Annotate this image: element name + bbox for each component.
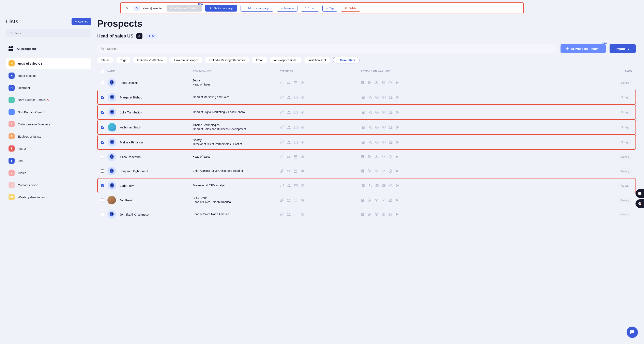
mail-icon[interactable] [382,125,386,129]
table-row[interactable]: Benjamin Ogbonna II Chief Administrative… [97,164,636,178]
filter-pill[interactable]: AI Prospect Finder [270,57,302,64]
mail-open-icon[interactable] [388,81,392,85]
note-icon[interactable] [361,110,365,114]
at-icon[interactable] [301,140,305,144]
link-icon[interactable] [280,110,284,114]
table-row[interactable]: Jon Skafti Kristjansson Head of Sales No… [97,207,636,222]
rss-icon[interactable] [368,140,372,144]
mail-icon[interactable] [381,81,386,85]
rss-icon[interactable] [368,198,372,202]
filter-pill[interactable]: LinkedIn Visit/Follow [133,57,167,64]
table-row[interactable]: Aliisa Rosenthal Head of Sales No tag [97,150,636,164]
send-icon[interactable] [396,184,400,188]
people-icon[interactable] [287,184,291,188]
note-icon[interactable] [361,198,365,202]
help-widget-button[interactable] [636,199,644,208]
export-button[interactable]: ⤴ Export [301,5,319,12]
add-list-button[interactable]: + Add list [72,18,91,25]
at-icon[interactable] [300,81,304,85]
note-icon[interactable] [361,140,365,144]
calendar-icon[interactable] [294,95,298,99]
mail-open-icon[interactable] [389,95,393,99]
people-icon[interactable] [287,140,291,144]
table-row[interactable]: Melissa Pinkston SpotifyDirector of Clie… [97,135,636,150]
calendar-icon[interactable] [294,140,298,144]
start-campaign-button[interactable]: Start a campaign [205,5,237,12]
eye-icon[interactable] [374,169,378,173]
people-icon[interactable] [286,155,290,159]
rss-icon[interactable] [368,110,372,114]
sidebar-list-item[interactable]: CContacts perso [6,180,91,190]
calendar-icon[interactable] [294,81,298,85]
eye-icon[interactable] [374,81,378,85]
row-checkbox[interactable] [101,96,104,99]
at-icon[interactable] [301,184,305,188]
filter-pill[interactable]: Invitation sent [304,57,330,64]
add-to-campaign-button[interactable]: + Add to a campaign [240,5,273,12]
calendar-icon[interactable] [294,184,298,188]
rss-icon[interactable] [368,95,372,99]
note-icon[interactable] [361,95,365,99]
sidebar-list-item[interactable]: TTest [6,155,91,166]
at-icon[interactable] [300,212,304,216]
sidebar-list-item[interactable]: CCollaborateurs Waalaxy [6,119,91,130]
people-icon[interactable] [286,212,290,216]
sidebar-list-item[interactable]: SSoft Bounce Camp1 [6,106,91,118]
send-icon[interactable] [395,81,399,85]
send-icon[interactable] [396,110,400,114]
at-icon[interactable] [301,110,305,114]
note-icon[interactable] [361,169,365,173]
people-icon[interactable] [287,95,291,99]
all-prospects-item[interactable]: All prospects [6,43,91,54]
edit-list-button[interactable] [136,33,142,39]
link-icon[interactable] [280,140,284,144]
eye-icon[interactable] [375,140,379,144]
mail-icon[interactable] [382,140,386,144]
calendar-icon[interactable] [294,125,298,129]
filter-pill[interactable]: Email [252,57,267,64]
mail-icon[interactable] [381,212,386,216]
sidebar-search[interactable] [6,29,91,37]
row-checkbox[interactable] [101,169,104,172]
eye-icon[interactable] [375,110,379,114]
at-icon[interactable] [301,125,305,129]
mail-open-icon[interactable] [388,155,392,159]
row-checkbox[interactable] [101,140,104,144]
delete-button[interactable]: 🗑 Delete [341,5,360,12]
rss-icon[interactable] [368,125,372,129]
link-icon[interactable] [280,81,284,85]
move-to-button[interactable]: ↪ Move to [276,5,298,12]
ai-prospect-finder-main-button[interactable]: ✦ AI Prospect Finder... NEW [560,44,606,53]
link-icon[interactable] [280,95,284,99]
filter-pill[interactable]: LinkedIn messages [170,57,203,64]
translate-button[interactable] [636,189,644,198]
row-checkbox[interactable] [101,126,104,129]
row-checkbox[interactable] [101,81,104,84]
send-icon[interactable] [395,169,399,173]
filter-pill[interactable]: Status [97,57,114,64]
row-checkbox[interactable] [101,213,104,216]
main-search[interactable] [97,44,557,53]
row-checkbox[interactable] [101,198,104,202]
link-icon[interactable] [280,155,284,159]
link-icon[interactable] [280,184,284,188]
mail-open-icon[interactable] [388,169,392,173]
sidebar-list-item[interactable]: EEquipes Waalaxy [6,131,91,142]
mail-open-icon[interactable] [389,184,393,188]
calendar-icon[interactable] [294,212,298,216]
table-row[interactable]: Vaibbhav Singh Oncraft TechnologiesHead … [97,120,636,135]
sidebar-list-item[interactable]: HHard Bounce Emails✕ [6,94,91,105]
filter-pill[interactable]: Linkedin Message Requests [205,57,249,64]
eye-icon[interactable] [375,95,379,99]
mail-open-icon[interactable] [388,198,392,202]
rss-icon[interactable] [368,184,372,188]
send-icon[interactable] [396,125,400,129]
at-icon[interactable] [301,95,305,99]
tag-button[interactable]: ⬦ Tag [322,5,338,12]
people-icon[interactable] [287,125,291,129]
eye-icon[interactable] [374,155,378,159]
close-icon[interactable]: ✕ [124,6,130,10]
mail-open-icon[interactable] [389,140,393,144]
send-icon[interactable] [396,95,400,99]
send-icon[interactable] [395,212,399,216]
